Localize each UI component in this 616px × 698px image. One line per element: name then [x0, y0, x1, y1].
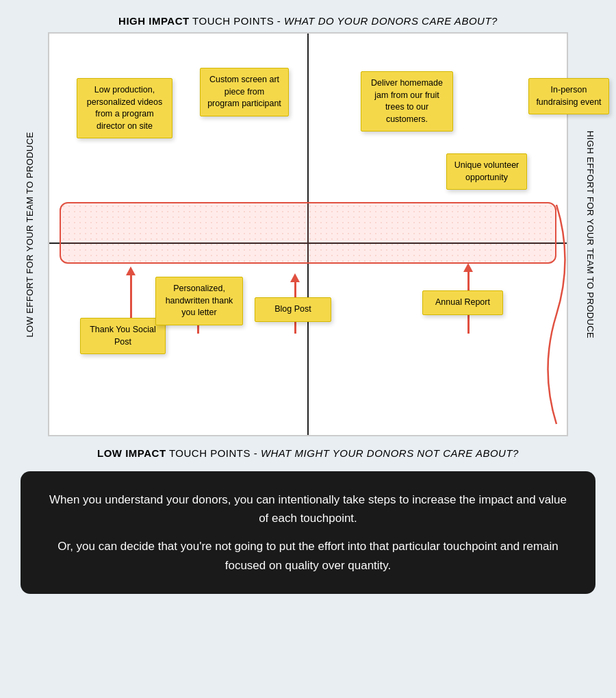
- side-label-left: LOW EFFORT FOR YOUR TEAM TO PRODUCE: [25, 132, 35, 337]
- sticky-custom-screen: Custom screen art piece from program par…: [200, 68, 289, 116]
- bottom-paragraph-1: When you understand your donors, you can…: [48, 490, 568, 527]
- chart-wrapper: LOW EFFORT FOR YOUR TEAM TO PRODUCE HIGH…: [48, 32, 568, 436]
- bottom-paragraph-2: Or, you can decide that you're not going…: [48, 537, 568, 574]
- sticky-in-person: In-person fundraising event: [528, 78, 609, 114]
- side-right-bold: HIGH EFFORT: [585, 130, 595, 193]
- sticky-annual-report: Annual Report: [422, 290, 503, 315]
- bottom-text-box: When you understand your donors, you can…: [21, 471, 595, 594]
- top-label-rest: TOUCH POINTS -: [190, 15, 284, 27]
- sticky-unique-volunteer: Unique volunteer opportunity: [446, 153, 527, 190]
- red-curve-line: [546, 205, 567, 424]
- top-label-italic: WHAT DO YOUR DONORS CARE ABOUT?: [284, 15, 498, 27]
- sticky-personalized-letter: Personalized, handwritten thank you lett…: [155, 277, 243, 325]
- bottom-label: LOW IMPACT TOUCH POINTS - WHAT MIGHT YOU…: [7, 442, 609, 466]
- bottom-label-italic: WHAT MIGHT YOUR DONORS NOT CARE ABOUT?: [261, 447, 519, 459]
- side-left-bold: LOW EFFORT: [25, 276, 35, 337]
- main-container: HIGH IMPACT TOUCH POINTS - WHAT DO YOUR …: [7, 7, 609, 594]
- bottom-label-bold: LOW IMPACT: [97, 447, 166, 459]
- sticky-low-production: Low production, personalized videos from…: [77, 78, 172, 138]
- chart-area: Low production, personalized videos from…: [48, 32, 568, 436]
- side-label-right: HIGH EFFORT FOR YOUR TEAM TO PRODUCE: [585, 130, 595, 338]
- pink-zone: [60, 202, 556, 264]
- sticky-blog-post: Blog Post: [255, 297, 331, 322]
- side-left-rest: FOR YOUR TEAM TO PRODUCE: [25, 132, 35, 276]
- side-right-rest: FOR YOUR TEAM TO PRODUCE: [585, 193, 595, 338]
- top-label: HIGH IMPACT TOUCH POINTS - WHAT DO YOUR …: [7, 7, 609, 32]
- sticky-deliver-jam: Deliver homemade jam from our fruit tree…: [361, 71, 453, 132]
- sticky-thank-you-social: Thank You Social Post: [80, 318, 166, 354]
- top-label-bold: HIGH IMPACT: [118, 15, 190, 27]
- bottom-label-rest: TOUCH POINTS -: [166, 447, 261, 459]
